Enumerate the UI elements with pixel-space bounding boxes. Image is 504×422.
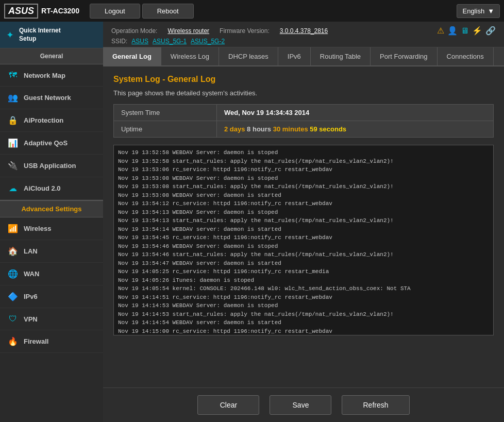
quick-internet-setup[interactable]: ✦ Quick InternetSetup [0, 22, 103, 48]
sidebar-item-lan[interactable]: 🏠 LAN [0, 240, 103, 263]
tabs: General Log Wireless Log DHCP leases IPv… [103, 47, 504, 66]
ssid-value-1[interactable]: ASUS [131, 38, 148, 45]
operation-mode-value: Wireless router [167, 27, 209, 35]
sidebar-item-label: IPv6 [24, 293, 38, 300]
monitor-icon: 🖥 [461, 26, 469, 36]
sidebar-item-aicloud[interactable]: ☁ AiCloud 2.0 [0, 177, 103, 200]
lan-icon: 🏠 [7, 246, 19, 256]
warning-icon: ⚠ [437, 26, 444, 36]
wireless-icon: 📶 [7, 224, 19, 233]
system-time-value: Wed, Nov 19 14:34:43 2014 [217, 105, 494, 121]
system-time-label: System Time [114, 105, 217, 121]
sidebar: ✦ Quick InternetSetup General 🗺 Network … [0, 22, 103, 422]
vpn-icon: 🛡 [7, 314, 19, 324]
uptime-minutes: 30 minutes [273, 125, 308, 133]
tab-connections[interactable]: Connections [438, 47, 494, 65]
ssid-label: SSID: [111, 38, 127, 45]
network-map-icon: 🗺 [7, 71, 19, 80]
tab-wireless-log[interactable]: Wireless Log [161, 47, 219, 65]
sidebar-item-firewall[interactable]: 🔥 Firewall [0, 330, 103, 353]
sidebar-item-label: AiCloud 2.0 [24, 184, 61, 192]
sidebar-item-label: WAN [24, 270, 39, 278]
lang-label: English [462, 7, 484, 15]
tab-port-forwarding[interactable]: Port Forwarding [371, 47, 437, 65]
uptime-days: 2 days [224, 125, 245, 133]
log-container[interactable]: Nov 19 13:52:58 WEBDAV Server: daemon is… [113, 145, 494, 335]
sidebar-item-label: LAN [24, 247, 38, 255]
logo-model: RT-AC3200 [41, 7, 79, 15]
aiprotection-icon: 🔒 [7, 115, 19, 125]
tab-routing-table[interactable]: Routing Table [311, 47, 371, 65]
content-area: System Log - General Log This page shows… [103, 66, 504, 387]
sidebar-item-label: USB Application [24, 162, 76, 170]
uptime-label: Uptime [114, 121, 217, 138]
chevron-down-icon: ▼ [488, 7, 494, 15]
sidebar-item-label: Adaptive QoS [24, 139, 68, 147]
firewall-icon: 🔥 [7, 336, 19, 346]
logout-button[interactable]: Logout [90, 4, 140, 19]
sidebar-item-ipv6[interactable]: 🔷 IPv6 [0, 285, 103, 308]
aicloud-icon: ☁ [7, 183, 19, 193]
quick-setup-label: Quick InternetSetup [19, 27, 61, 43]
uptime-seconds: 59 seconds [310, 125, 346, 133]
general-section-title: General [0, 48, 103, 64]
refresh-button[interactable]: Refresh [342, 395, 409, 415]
logo: ASUS RT-AC3200 [4, 4, 79, 19]
sidebar-item-usb-application[interactable]: 🔌 USB Application [0, 155, 103, 177]
uptime-hours: 8 hours [247, 125, 271, 133]
uptime-value: 2 days 8 hours 30 minutes 59 seconds [217, 121, 494, 138]
uptime-text: 2 days 8 hours 30 minutes 59 seconds [224, 125, 346, 133]
system-time-row: System Time Wed, Nov 19 14:34:43 2014 [114, 105, 494, 121]
firmware-value: 3.0.0.4.378_2816 [280, 27, 328, 35]
user-icon: 👤 [447, 26, 458, 36]
sidebar-item-wireless[interactable]: 📶 Wireless [0, 217, 103, 240]
log-text: Nov 19 13:52:58 WEBDAV Server: daemon is… [114, 145, 494, 335]
header-buttons: Logout Reboot [90, 4, 194, 19]
clear-button[interactable]: Clear [197, 395, 259, 415]
reboot-button[interactable]: Reboot [142, 4, 194, 19]
sidebar-item-adaptive-qos[interactable]: 📊 Adaptive QoS [0, 132, 103, 155]
sidebar-item-wan[interactable]: 🌐 WAN [0, 263, 103, 285]
operation-mode-label: Operation Mode: [111, 27, 157, 35]
header: ASUS RT-AC3200 Logout Reboot English ▼ [0, 0, 504, 22]
sidebar-item-guest-network[interactable]: 👥 Guest Network [0, 87, 103, 109]
sidebar-item-network-map[interactable]: 🗺 Network Map [0, 64, 103, 87]
page-title: System Log - General Log [113, 75, 494, 84]
ssid-value-3[interactable]: ASUS_5G-2 [191, 38, 225, 45]
sidebar-item-label: VPN [24, 315, 38, 323]
usb-icon: ⚡ [472, 26, 482, 36]
quick-setup-icon: ✦ [6, 29, 14, 41]
sysinfo-table: System Time Wed, Nov 19 14:34:43 2014 Up… [113, 104, 494, 138]
bottom-bar: Clear Save Refresh [103, 387, 504, 422]
logo-asus: ASUS [4, 4, 38, 19]
usb-application-icon: 🔌 [7, 161, 19, 171]
main-content: Operation Mode: Wireless router Firmware… [103, 22, 504, 422]
firmware-label: Firmware Version: [220, 27, 270, 35]
time-text: Wed, Nov 19 14:34:43 2014 [224, 109, 309, 116]
tab-dhcp-leases[interactable]: DHCP leases [219, 47, 278, 65]
uptime-row: Uptime 2 days 8 hours 30 minutes 59 seco… [114, 121, 494, 138]
top-icons: ⚠ 👤 🖥 ⚡ 🔗 [437, 26, 496, 36]
advanced-settings-section-title: Advanced Settings [0, 200, 103, 217]
sidebar-item-label: Wireless [24, 225, 51, 232]
language-selector[interactable]: English ▼ [457, 4, 500, 18]
sidebar-item-vpn[interactable]: 🛡 VPN [0, 308, 103, 330]
sidebar-item-aiprotection[interactable]: 🔒 AiProtection [0, 109, 103, 132]
sidebar-item-label: AiProtection [24, 116, 63, 124]
page-description: This page shows the detailed system's ac… [113, 89, 494, 97]
adaptive-qos-icon: 📊 [7, 138, 19, 148]
save-button[interactable]: Save [270, 395, 331, 415]
ssid-value-2[interactable]: ASUS_5G-1 [153, 38, 187, 45]
sidebar-item-label: Guest Network [24, 94, 71, 102]
sidebar-item-label: Firewall [24, 337, 48, 345]
guest-network-icon: 👥 [7, 93, 19, 103]
network-icon: 🔗 [485, 26, 496, 36]
tab-general-log[interactable]: General Log [103, 47, 161, 65]
sidebar-item-label: Network Map [24, 72, 65, 79]
wan-icon: 🌐 [7, 269, 19, 279]
info-bar: Operation Mode: Wireless router Firmware… [103, 22, 504, 47]
tab-ipv6[interactable]: IPv6 [278, 47, 311, 65]
ipv6-icon: 🔷 [7, 292, 19, 301]
